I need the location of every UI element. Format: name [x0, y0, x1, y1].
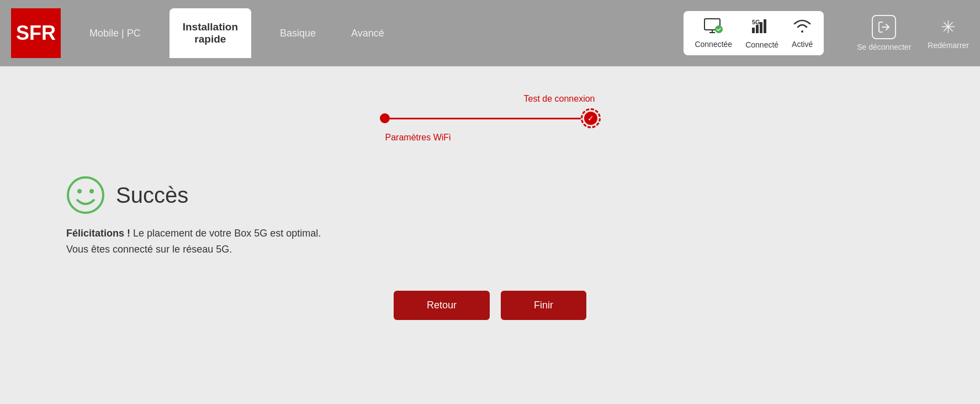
svg-point-4 [715, 25, 723, 33]
progress-line [390, 118, 581, 119]
success-title-text: Succès [116, 183, 188, 208]
success-bold: Félicitations ! [66, 228, 130, 239]
status-group: Connectée 5G Connecté [684, 11, 824, 55]
progress-end-dot: ✓ [581, 108, 601, 128]
status-connecte: 5G Connecté [745, 18, 778, 49]
svg-point-11 [68, 177, 103, 213]
svg-point-13 [89, 189, 94, 193]
navigation: Mobile | PC Installationrapide Basique A… [83, 8, 969, 58]
success-text: Félicitations ! Le placement de votre Bo… [66, 225, 947, 258]
progress-start-dot [380, 113, 390, 123]
redemarrer-label: Redémarrer [928, 41, 969, 50]
wifi-icon [792, 18, 812, 38]
progress-track: ✓ [380, 108, 601, 128]
progress-end-inner: ✓ [584, 112, 597, 125]
success-text-normal: Le placement de votre Box 5G est optimal… [130, 228, 321, 239]
progress-label-bottom: Paramètres WiFi [385, 133, 451, 142]
sfr-logo: SFR [11, 8, 61, 58]
svg-rect-7 [756, 25, 759, 33]
main-content: Test de connexion ✓ Paramètres WiFi Su [0, 66, 980, 404]
5g-signal-icon: 5G [752, 18, 772, 38]
status-connecte-label: Connecté [745, 40, 778, 49]
retour-button[interactable]: Retour [394, 291, 490, 320]
redemarrer-button[interactable]: ✳ Redémarrer [928, 17, 969, 50]
nav-mobile-pc[interactable]: Mobile | PC [83, 23, 147, 44]
header: SFR Mobile | PC Installationrapide Basiq… [0, 0, 980, 66]
deconnecter-label: Se déconnecter [857, 43, 911, 51]
restart-icon: ✳ [941, 17, 956, 38]
status-active: Activé [792, 18, 813, 49]
progress-label-top: Test de connexion [524, 94, 595, 103]
monitor-check-icon [704, 18, 723, 38]
success-area: Succès Félicitations ! Le placement de v… [33, 176, 947, 258]
status-active-label: Activé [792, 40, 813, 49]
svg-rect-9 [764, 19, 766, 33]
nav-avance[interactable]: Avancé [345, 23, 391, 44]
header-actions: Se déconnecter ✳ Redémarrer [857, 15, 969, 51]
status-connectee-label: Connectée [695, 40, 732, 49]
svg-text:5G: 5G [752, 19, 760, 25]
deconnecter-button[interactable]: Se déconnecter [857, 15, 911, 51]
status-connectee: Connectée [695, 18, 732, 49]
nav-basique[interactable]: Basique [273, 23, 322, 44]
svg-rect-6 [752, 28, 755, 33]
svg-point-12 [77, 189, 82, 193]
success-text-line2: Vous êtes connecté sur le réseau 5G. [66, 244, 232, 255]
nav-installation-rapide[interactable]: Installationrapide [169, 8, 251, 58]
smiley-icon [66, 176, 105, 214]
progress-area: Test de connexion ✓ Paramètres WiFi [33, 94, 947, 143]
svg-rect-8 [760, 22, 762, 33]
finir-button[interactable]: Finir [501, 291, 586, 320]
logout-icon [872, 15, 896, 39]
buttons-row: Retour Finir [33, 291, 947, 320]
success-title-row: Succès [66, 176, 947, 214]
